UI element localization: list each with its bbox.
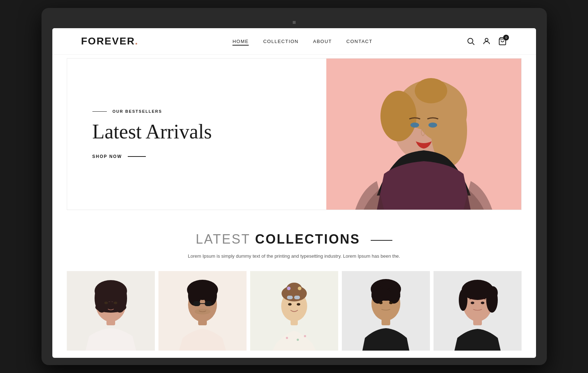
- product-figure-5: [434, 271, 522, 351]
- hero-subtitle-text: OUR BESTSELLERS: [113, 109, 162, 113]
- svg-line-1: [472, 43, 474, 45]
- svg-point-62: [379, 301, 383, 304]
- product-card-1[interactable]: [67, 271, 155, 351]
- svg-rect-49: [294, 296, 300, 299]
- search-icon: [466, 37, 475, 46]
- product-figure-4: [342, 271, 430, 351]
- collections-subtitle: Lorem Ipsum is simply dummy text of the …: [67, 253, 522, 260]
- hero-cta-button[interactable]: SHOP NOW: [92, 154, 301, 159]
- hero-title: Latest Arrivals: [92, 121, 301, 143]
- svg-point-58: [371, 292, 400, 301]
- cart-button[interactable]: 0: [498, 37, 507, 46]
- account-icon: [482, 37, 491, 46]
- svg-point-39: [286, 337, 288, 339]
- product-card-5[interactable]: [434, 271, 522, 351]
- svg-point-63: [389, 301, 393, 304]
- svg-point-71: [471, 301, 474, 304]
- svg-rect-32: [193, 301, 200, 306]
- product-figure-3: [250, 271, 338, 351]
- main-nav: HOME COLLECTION ABOUT CONTACT: [232, 39, 373, 44]
- svg-point-59: [376, 286, 382, 292]
- svg-point-15: [428, 123, 437, 128]
- svg-point-72: [481, 301, 484, 304]
- collections-title: LATEST COLLECTIONS: [67, 232, 522, 247]
- svg-point-51: [297, 303, 300, 305]
- svg-point-23: [95, 302, 126, 313]
- product-image-4: [342, 271, 430, 351]
- product-figure-2: [158, 271, 247, 351]
- hero-content: OUR BESTSELLERS Latest Arrivals SHOP NOW: [67, 59, 326, 210]
- laptop-screen: FOREVER. HOME COLLECTION ABOUT CONTACT: [52, 28, 536, 358]
- collections-section: LATEST COLLECTIONS Lorem Ipsum is simply…: [52, 214, 536, 358]
- hero-model-svg: [326, 59, 521, 210]
- hero-section: OUR BESTSELLERS Latest Arrivals SHOP NOW: [67, 58, 522, 210]
- products-row: [67, 271, 522, 351]
- nav-item-home[interactable]: HOME: [232, 39, 249, 44]
- cta-line: [128, 156, 146, 157]
- laptop-frame: FOREVER. HOME COLLECTION ABOUT CONTACT: [42, 8, 547, 365]
- svg-point-0: [468, 38, 473, 43]
- svg-point-61: [389, 286, 395, 292]
- nav-item-about[interactable]: ABOUT: [313, 39, 332, 44]
- product-image-1: [67, 271, 155, 351]
- svg-point-70: [488, 286, 498, 299]
- svg-point-25: [114, 301, 117, 304]
- collections-title-bold: COLLECTIONS: [255, 232, 360, 246]
- svg-point-12: [380, 91, 417, 141]
- hero-subtitle-wrapper: OUR BESTSELLERS: [92, 109, 301, 113]
- svg-point-46: [287, 287, 291, 290]
- collections-title-line: [371, 240, 392, 241]
- svg-point-41: [304, 335, 306, 337]
- account-button[interactable]: [482, 37, 491, 46]
- svg-point-2: [485, 38, 488, 41]
- product-card-4[interactable]: [342, 271, 430, 351]
- svg-point-50: [288, 303, 292, 305]
- product-card-3[interactable]: [250, 271, 338, 351]
- nav-item-contact[interactable]: CONTACT: [347, 39, 373, 44]
- product-figure-1: [67, 271, 155, 351]
- svg-point-40: [297, 339, 299, 341]
- nav-item-collection[interactable]: COLLECTION: [263, 39, 299, 44]
- svg-rect-48: [287, 296, 293, 299]
- subtitle-line: [92, 111, 107, 112]
- search-button[interactable]: [466, 37, 475, 46]
- svg-point-14: [410, 123, 419, 128]
- svg-rect-33: [205, 301, 212, 306]
- brand-dot: .: [135, 35, 139, 47]
- product-image-3: [250, 271, 338, 351]
- brand-name: FOREVER: [81, 35, 135, 47]
- svg-point-13: [415, 78, 447, 103]
- svg-point-47: [298, 287, 301, 290]
- product-image-2: [158, 271, 247, 351]
- svg-point-24: [104, 301, 108, 304]
- header: FOREVER. HOME COLLECTION ABOUT CONTACT: [52, 28, 536, 55]
- product-image-5: [434, 271, 522, 351]
- camera-dot: [293, 21, 296, 24]
- product-card-2[interactable]: [158, 271, 247, 351]
- svg-point-69: [459, 289, 467, 311]
- hero-cta-label: SHOP NOW: [92, 154, 122, 159]
- cart-count: 0: [503, 35, 509, 40]
- hero-image: [326, 59, 521, 210]
- svg-point-60: [383, 284, 389, 290]
- brand-logo[interactable]: FOREVER.: [81, 35, 139, 47]
- collections-title-light: LATEST: [196, 232, 250, 246]
- header-icons: 0: [466, 37, 507, 46]
